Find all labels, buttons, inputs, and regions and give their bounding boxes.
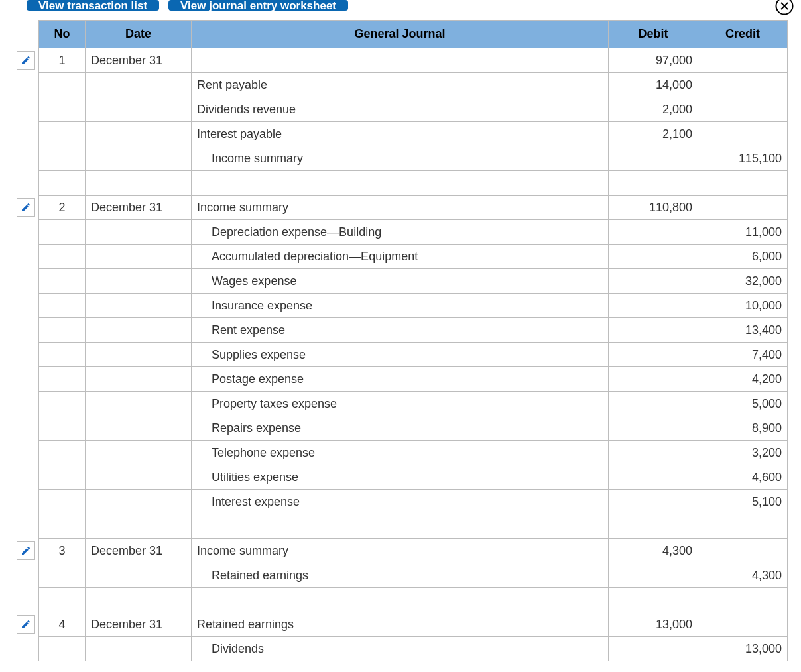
cell-date: [86, 514, 192, 539]
header-date: Date: [86, 21, 192, 48]
edit-column: [13, 20, 38, 661]
cell-date: December 31: [86, 612, 192, 637]
table-row: Wages expense32,000: [39, 269, 788, 294]
account-label: Retained earnings: [197, 618, 294, 631]
header-credit: Credit: [698, 21, 788, 48]
account-label: Income summary: [197, 544, 288, 557]
account-label: Dividends revenue: [197, 103, 296, 116]
cell-account: Insurance expense: [192, 294, 609, 318]
cell-debit: [609, 441, 698, 465]
cell-date: [86, 269, 192, 294]
view-journal-worksheet-button[interactable]: View journal entry worksheet: [168, 0, 348, 11]
cell-no: [39, 514, 86, 539]
cell-credit: 115,100: [698, 146, 788, 171]
cell-no: [39, 367, 86, 392]
cell-no: [39, 588, 86, 612]
account-label: Property taxes expense: [197, 397, 337, 411]
close-icon[interactable]: [774, 0, 794, 16]
cell-debit: 4,300: [609, 539, 698, 563]
account-label: Retained earnings: [197, 569, 308, 583]
cell-no: [39, 294, 86, 318]
cell-date: [86, 220, 192, 245]
cell-debit: 14,000: [609, 73, 698, 97]
cell-date: [86, 588, 192, 612]
cell-no: [39, 343, 86, 367]
header-gj: General Journal: [192, 21, 609, 48]
cell-date: [86, 146, 192, 171]
cell-debit: [609, 392, 698, 416]
cell-credit: 10,000: [698, 294, 788, 318]
cell-account: Accumulated depreciation—Equipment: [192, 245, 609, 269]
cell-no: 2: [39, 196, 86, 220]
cell-date: December 31: [86, 48, 192, 73]
view-transaction-list-button[interactable]: View transaction list: [27, 0, 159, 11]
edit-row-button[interactable]: [17, 541, 35, 560]
cell-credit: 7,400: [698, 343, 788, 367]
table-row: [39, 514, 788, 539]
cell-debit: 13,000: [609, 612, 698, 637]
cell-debit: [609, 171, 698, 196]
edit-row-button[interactable]: [17, 198, 35, 217]
account-label: Supplies expense: [197, 348, 306, 362]
cell-no: 1: [39, 48, 86, 73]
cell-account: Rent expense: [192, 318, 609, 343]
cell-account: Interest expense: [192, 490, 609, 514]
cell-date: [86, 318, 192, 343]
cell-no: [39, 318, 86, 343]
cell-debit: [609, 294, 698, 318]
cell-no: [39, 490, 86, 514]
cell-account: Wages expense: [192, 269, 609, 294]
account-label: Postage expense: [197, 372, 304, 386]
cell-no: 4: [39, 612, 86, 637]
account-label: Accumulated depreciation—Equipment: [197, 250, 418, 264]
cell-no: [39, 392, 86, 416]
cell-debit: 2,000: [609, 97, 698, 122]
account-label: Utilities expense: [197, 471, 298, 484]
cell-no: [39, 441, 86, 465]
cell-debit: [609, 637, 698, 661]
account-label: Dividends: [197, 642, 264, 656]
edit-row-button[interactable]: [17, 615, 35, 634]
cell-account: [192, 48, 609, 73]
cell-debit: [609, 416, 698, 441]
pencil-icon: [21, 202, 31, 213]
account-label: Rent expense: [197, 323, 285, 337]
cell-account: [192, 588, 609, 612]
header-no: No: [39, 21, 86, 48]
cell-debit: [609, 367, 698, 392]
cell-date: [86, 367, 192, 392]
cell-debit: 2,100: [609, 122, 698, 146]
cell-date: [86, 97, 192, 122]
cell-account: Income summary: [192, 146, 609, 171]
edit-row-button[interactable]: [17, 51, 35, 70]
cell-credit: 4,600: [698, 465, 788, 490]
pencil-icon: [21, 545, 31, 556]
cell-debit: [609, 490, 698, 514]
table-row: 2December 31Income summary110,800: [39, 196, 788, 220]
table-row: Postage expense4,200: [39, 367, 788, 392]
table-row: Property taxes expense5,000: [39, 392, 788, 416]
cell-no: [39, 97, 86, 122]
cell-credit: 5,100: [698, 490, 788, 514]
account-label: Insurance expense: [197, 299, 312, 313]
cell-credit: 6,000: [698, 245, 788, 269]
table-row: 3December 31Income summary4,300: [39, 539, 788, 563]
cell-credit: [698, 97, 788, 122]
cell-debit: [609, 465, 698, 490]
cell-credit: [698, 122, 788, 146]
account-label: Interest payable: [197, 127, 282, 140]
table-row: 4December 31Retained earnings13,000: [39, 612, 788, 637]
table-row: Retained earnings4,300: [39, 563, 788, 588]
cell-date: [86, 563, 192, 588]
cell-debit: 110,800: [609, 196, 698, 220]
cell-credit: [698, 196, 788, 220]
cell-date: [86, 416, 192, 441]
cell-date: [86, 245, 192, 269]
cell-credit: [698, 514, 788, 539]
cell-no: [39, 220, 86, 245]
table-row: Interest expense5,100: [39, 490, 788, 514]
cell-no: [39, 122, 86, 146]
cell-credit: [698, 48, 788, 73]
cell-credit: 5,000: [698, 392, 788, 416]
cell-account: Retained earnings: [192, 563, 609, 588]
